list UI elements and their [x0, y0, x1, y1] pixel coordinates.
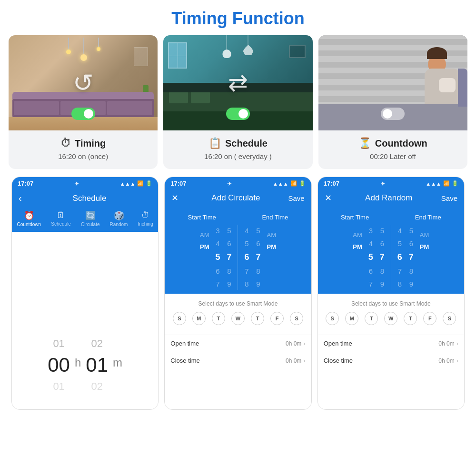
phone2-bottom: Select days to use Smart Mode S M T W T …	[165, 294, 311, 409]
phone3-picker-divider	[391, 225, 391, 290]
phone2-close-chevron: ›	[303, 357, 305, 364]
phone3-close-button[interactable]: ✕	[325, 193, 332, 203]
phone2-open-time-label: Open time	[170, 340, 199, 347]
schedule-phone: 17:07 ✈ ▲▲▲ 📶 🔋 ‹ Schedule ⏰ Countdown 🗓…	[11, 177, 159, 410]
schedule-card-info: 📋 Schedule 16:20 on ( everyday )	[163, 130, 312, 169]
day-s1[interactable]: S	[173, 312, 186, 325]
phone3-picker-header: Start Time End Time	[318, 211, 464, 225]
phone3-open-time-label: Open time	[324, 340, 352, 347]
day-s2[interactable]: S	[290, 312, 303, 325]
tab-countdown[interactable]: ⏰ Countdown	[17, 210, 41, 227]
phone3-close-chevron: ›	[456, 357, 458, 364]
phone1-tab-bar: ⏰ Countdown 🗓 Schedule 🔄 Circulate 🎲 Ran…	[12, 208, 158, 232]
phone3-close-time-row[interactable]: Close time 0h 0m ›	[318, 352, 464, 369]
phone3-end-ampm-col: AM PM	[417, 225, 432, 290]
phone3-start-hour-col: 3 4 5 6 7	[365, 225, 377, 290]
tab-inching[interactable]: ⏱ Inching	[138, 210, 153, 227]
phone1-nav: ‹ Schedule	[12, 189, 158, 208]
phone3-day-s1[interactable]: S	[326, 312, 339, 325]
phone2-picker-header: Start Time End Time	[165, 211, 311, 225]
hours-sub2: 01	[53, 380, 64, 393]
random-tab-icon: 🎲	[114, 210, 124, 221]
phone3-nav-title: Add Random	[337, 193, 441, 203]
countdown-type-icon: ⏳	[358, 137, 371, 149]
countdown-card[interactable]: ⏳ Countdown 00:20 Later off	[318, 35, 467, 169]
phone3-day-t1[interactable]: T	[365, 312, 378, 325]
feature-cards-row: ↺ ⏱ Timing 16:20 on (once)	[0, 35, 476, 169]
phone1-back-button[interactable]: ‹	[19, 193, 22, 204]
phone3-open-time-row[interactable]: Open time 0h 0m ›	[318, 335, 464, 352]
timing-label: Timing	[75, 138, 106, 149]
random-tab-label: Random	[110, 222, 128, 227]
phone2-nav: ✕ Add Circulate Save	[165, 189, 311, 207]
phone3-day-f[interactable]: F	[423, 312, 436, 325]
phone3-day-m[interactable]: M	[345, 312, 358, 325]
day-w[interactable]: W	[231, 312, 245, 325]
phone1-countdown-picker: 01 00 01 h 02 01 02 m	[12, 316, 158, 409]
phone3-start-min-col: 5 6 7 8 9	[377, 225, 388, 290]
phone1-body: 01 00 01 h 02 01 02 m	[12, 232, 158, 409]
timing-toggle[interactable]	[71, 108, 95, 120]
tab-random[interactable]: 🎲 Random	[110, 210, 128, 227]
phone2-save-button[interactable]: Save	[288, 194, 304, 202]
day-f[interactable]: F	[270, 312, 284, 325]
schedule-subtitle: 16:20 on ( everyday )	[169, 152, 307, 160]
phone2-status-bar: 17:07 ✈ ▲▲▲ 📶 🔋	[165, 177, 311, 189]
page-title: Timing Function	[0, 0, 476, 35]
hours-col: 01 00 01	[48, 337, 70, 393]
phone3-time-picker: Start Time End Time AM PM 3 4 5 6 7	[318, 207, 464, 294]
phone2-close-button[interactable]: ✕	[171, 193, 178, 203]
phone-mockups-row: 17:07 ✈ ▲▲▲ 📶 🔋 ‹ Schedule ⏰ Countdown 🗓…	[0, 177, 476, 410]
circulate-phone: 17:07 ✈ ▲▲▲ 📶 🔋 ✕ Add Circulate Save Sta…	[164, 177, 311, 410]
phone2-close-time-row[interactable]: Close time 0h 0m ›	[165, 352, 311, 369]
phone3-day-t2[interactable]: T	[404, 312, 417, 325]
schedule-card[interactable]: ⇄ 📋 Schedule 16:20 on ( everyday )	[163, 35, 312, 169]
end-hour-col: 4 5 6 7 8	[241, 225, 252, 290]
countdown-card-info: ⏳ Countdown 00:20 Later off	[318, 130, 467, 169]
timing-card[interactable]: ↺ ⏱ Timing 16:20 on (once)	[9, 35, 158, 169]
phone1-time: 17:07	[18, 180, 33, 187]
phone2-time: 17:07	[170, 180, 186, 187]
day-m[interactable]: M	[192, 312, 206, 325]
phone3-days-section: Select days to use Smart Mode S M T W T …	[318, 294, 464, 335]
picker-divider	[238, 225, 238, 290]
phone3-open-time-value: 0h 0m ›	[438, 340, 458, 347]
phone3-status-icons: ▲▲▲ 📶 🔋	[426, 180, 458, 187]
timing-card-info: ⏱ Timing 16:20 on (once)	[9, 130, 158, 169]
phone1-status-bar: 17:07 ✈ ▲▲▲ 📶 🔋	[12, 177, 158, 189]
schedule-card-type: 📋 Schedule	[169, 137, 307, 149]
phone2-status-icons: ▲▲▲ 📶 🔋	[273, 180, 306, 187]
hours-main: 00	[48, 354, 70, 377]
phone3-wifi-icon: 📶	[443, 180, 450, 187]
tab-circulate[interactable]: 🔄 Circulate	[81, 210, 99, 227]
countdown-toggle[interactable]	[381, 108, 405, 120]
hours-label: h	[75, 356, 81, 374]
schedule-toggle[interactable]	[226, 108, 250, 120]
countdown-subtitle: 00:20 Later off	[324, 152, 462, 160]
day-t2[interactable]: T	[251, 312, 264, 325]
end-min-col: 5 6 7 8 9	[252, 225, 264, 290]
minutes-main: 01	[86, 354, 108, 377]
inching-tab-label: Inching	[138, 221, 153, 227]
phone3-save-button[interactable]: Save	[441, 194, 457, 202]
tab-schedule[interactable]: 🗓 Schedule	[51, 210, 71, 227]
phone3-day-w[interactable]: W	[384, 312, 397, 325]
timing-subtitle: 16:20 on (once)	[14, 152, 152, 160]
phone1-white-card	[16, 236, 154, 312]
phone3-end-hour-col: 4 5 6 7 8	[394, 225, 406, 290]
phone1-wifi-icon: 📶	[137, 180, 144, 187]
timing-type-icon: ⏱	[60, 137, 71, 149]
day-t1[interactable]: T	[212, 312, 225, 325]
phone2-open-time-row[interactable]: Open time 0h 0m ›	[165, 335, 311, 352]
minutes-col: 02 01 02	[86, 337, 108, 393]
phone3-day-s2[interactable]: S	[443, 312, 456, 325]
schedule-icon: ⇄	[228, 69, 248, 97]
schedule-card-image: ⇄	[163, 35, 312, 130]
phone3-days-label: Select days to use Smart Mode	[323, 300, 459, 307]
timing-card-type: ⏱ Timing	[14, 137, 152, 149]
phone2-battery-icon: 🔋	[299, 180, 306, 187]
phone3-bottom: Select days to use Smart Mode S M T W T …	[318, 294, 464, 409]
hours-sub: 01	[53, 337, 64, 350]
phone3-start-ampm-col: AM PM	[350, 225, 365, 290]
phone3-start-label: Start Time	[341, 214, 369, 221]
